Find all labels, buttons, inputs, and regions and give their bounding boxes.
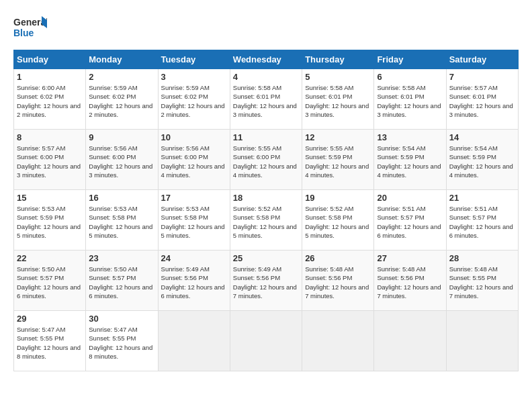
day-number: 18 [233, 193, 299, 203]
day-number: 4 [233, 72, 299, 82]
cell-info: Sunrise: 5:51 AM Sunset: 5:57 PM Dayligh… [377, 204, 443, 240]
week-row-4: 22 Sunrise: 5:50 AM Sunset: 5:57 PM Dayl… [14, 250, 519, 311]
day-header-thursday: Thursday [302, 50, 374, 69]
cell-info: Sunrise: 5:55 AM Sunset: 5:59 PM Dayligh… [305, 144, 371, 179]
day-header-saturday: Saturday [446, 50, 518, 69]
day-number: 6 [377, 72, 443, 82]
cell-info: Sunrise: 5:54 AM Sunset: 5:59 PM Dayligh… [377, 144, 443, 179]
cell-info: Sunrise: 5:58 AM Sunset: 6:01 PM Dayligh… [377, 83, 443, 119]
cell-info: Sunrise: 5:47 AM Sunset: 5:55 PM Dayligh… [89, 325, 154, 361]
calendar-cell: 23 Sunrise: 5:50 AM Sunset: 5:57 PM Dayl… [86, 250, 158, 311]
header-row: SundayMondayTuesdayWednesdayThursdayFrid… [14, 50, 519, 69]
calendar-cell [374, 311, 446, 371]
day-number: 3 [161, 72, 227, 82]
calendar-cell: 7 Sunrise: 5:57 AM Sunset: 6:01 PM Dayli… [446, 69, 518, 130]
day-header-monday: Monday [86, 50, 158, 69]
day-number: 10 [161, 132, 227, 142]
day-number: 15 [17, 193, 83, 203]
day-number: 7 [449, 72, 515, 82]
calendar-cell: 24 Sunrise: 5:49 AM Sunset: 5:56 PM Dayl… [158, 250, 230, 311]
day-number: 1 [17, 72, 83, 82]
calendar-cell [302, 311, 374, 371]
calendar-cell: 26 Sunrise: 5:48 AM Sunset: 5:56 PM Dayl… [302, 250, 374, 311]
cell-info: Sunrise: 5:58 AM Sunset: 6:01 PM Dayligh… [305, 83, 371, 119]
day-number: 14 [449, 132, 515, 142]
day-number: 13 [377, 132, 443, 142]
calendar-cell: 1 Sunrise: 6:00 AM Sunset: 6:02 PM Dayli… [14, 69, 86, 130]
day-number: 21 [449, 193, 515, 203]
day-number: 23 [89, 253, 154, 263]
cell-info: Sunrise: 5:58 AM Sunset: 6:01 PM Dayligh… [233, 83, 299, 119]
cell-info: Sunrise: 5:50 AM Sunset: 5:57 PM Dayligh… [17, 265, 83, 300]
calendar-cell: 19 Sunrise: 5:52 AM Sunset: 5:58 PM Dayl… [302, 190, 374, 250]
day-header-friday: Friday [374, 50, 446, 69]
calendar-cell: 6 Sunrise: 5:58 AM Sunset: 6:01 PM Dayli… [374, 69, 446, 130]
cell-info: Sunrise: 5:49 AM Sunset: 5:56 PM Dayligh… [233, 265, 299, 300]
calendar-cell: 5 Sunrise: 5:58 AM Sunset: 6:01 PM Dayli… [302, 69, 374, 130]
cell-info: Sunrise: 5:53 AM Sunset: 5:58 PM Dayligh… [89, 204, 154, 240]
day-number: 11 [233, 132, 299, 142]
day-number: 5 [305, 72, 371, 82]
cell-info: Sunrise: 5:48 AM Sunset: 5:56 PM Dayligh… [305, 265, 371, 300]
svg-text:Blue: Blue [13, 28, 34, 38]
week-row-2: 8 Sunrise: 5:57 AM Sunset: 6:00 PM Dayli… [14, 130, 519, 190]
cell-info: Sunrise: 5:54 AM Sunset: 5:59 PM Dayligh… [449, 144, 515, 179]
day-number: 30 [89, 314, 154, 324]
calendar-cell: 12 Sunrise: 5:55 AM Sunset: 5:59 PM Dayl… [302, 130, 374, 190]
cell-info: Sunrise: 5:59 AM Sunset: 6:02 PM Dayligh… [89, 83, 154, 119]
calendar-cell: 27 Sunrise: 5:48 AM Sunset: 5:56 PM Dayl… [374, 250, 446, 311]
day-number: 19 [305, 193, 371, 203]
cell-info: Sunrise: 5:53 AM Sunset: 5:59 PM Dayligh… [17, 204, 83, 240]
day-number: 16 [89, 193, 154, 203]
calendar-cell: 15 Sunrise: 5:53 AM Sunset: 5:59 PM Dayl… [14, 190, 86, 250]
cell-info: Sunrise: 5:57 AM Sunset: 6:00 PM Dayligh… [17, 144, 83, 179]
day-header-sunday: Sunday [14, 50, 86, 69]
calendar-cell: 3 Sunrise: 5:59 AM Sunset: 6:02 PM Dayli… [158, 69, 230, 130]
day-number: 26 [305, 253, 371, 263]
cell-info: Sunrise: 5:51 AM Sunset: 5:57 PM Dayligh… [449, 204, 515, 240]
day-number: 17 [161, 193, 227, 203]
calendar-cell: 14 Sunrise: 5:54 AM Sunset: 5:59 PM Dayl… [446, 130, 518, 190]
calendar-cell: 4 Sunrise: 5:58 AM Sunset: 6:01 PM Dayli… [230, 69, 302, 130]
cell-info: Sunrise: 5:53 AM Sunset: 5:58 PM Dayligh… [161, 204, 227, 240]
week-row-3: 15 Sunrise: 5:53 AM Sunset: 5:59 PM Dayl… [14, 190, 519, 250]
calendar-cell: 17 Sunrise: 5:53 AM Sunset: 5:58 PM Dayl… [158, 190, 230, 250]
day-number: 29 [17, 314, 83, 324]
calendar-cell [446, 311, 518, 371]
calendar-cell: 9 Sunrise: 5:56 AM Sunset: 6:00 PM Dayli… [86, 130, 158, 190]
calendar-cell: 21 Sunrise: 5:51 AM Sunset: 5:57 PM Dayl… [446, 190, 518, 250]
calendar-cell: 20 Sunrise: 5:51 AM Sunset: 5:57 PM Dayl… [374, 190, 446, 250]
week-row-1: 1 Sunrise: 6:00 AM Sunset: 6:02 PM Dayli… [14, 69, 519, 130]
day-header-tuesday: Tuesday [158, 50, 230, 69]
day-number: 9 [89, 132, 154, 142]
calendar-cell [230, 311, 302, 371]
cell-info: Sunrise: 5:49 AM Sunset: 5:56 PM Dayligh… [161, 265, 227, 300]
calendar-cell: 8 Sunrise: 5:57 AM Sunset: 6:00 PM Dayli… [14, 130, 86, 190]
cell-info: Sunrise: 5:59 AM Sunset: 6:02 PM Dayligh… [161, 83, 227, 119]
cell-info: Sunrise: 5:55 AM Sunset: 6:00 PM Dayligh… [233, 144, 299, 179]
day-number: 27 [377, 253, 443, 263]
calendar-table: SundayMondayTuesdayWednesdayThursdayFrid… [13, 50, 519, 371]
logo-svg: General Blue [13, 13, 47, 43]
day-header-wednesday: Wednesday [230, 50, 302, 69]
day-number: 28 [449, 253, 515, 263]
day-number: 25 [233, 253, 299, 263]
cell-info: Sunrise: 5:57 AM Sunset: 6:01 PM Dayligh… [449, 83, 515, 119]
cell-info: Sunrise: 5:47 AM Sunset: 5:55 PM Dayligh… [17, 325, 83, 361]
header: General Blue [13, 13, 519, 43]
day-number: 12 [305, 132, 371, 142]
calendar-cell: 2 Sunrise: 5:59 AM Sunset: 6:02 PM Dayli… [86, 69, 158, 130]
cell-info: Sunrise: 5:50 AM Sunset: 5:57 PM Dayligh… [89, 265, 154, 300]
cell-info: Sunrise: 5:52 AM Sunset: 5:58 PM Dayligh… [233, 204, 299, 240]
calendar-cell: 30 Sunrise: 5:47 AM Sunset: 5:55 PM Dayl… [86, 311, 158, 371]
cell-info: Sunrise: 5:56 AM Sunset: 6:00 PM Dayligh… [161, 144, 227, 179]
day-number: 22 [17, 253, 83, 263]
calendar-cell [158, 311, 230, 371]
day-number: 8 [17, 132, 83, 142]
cell-info: Sunrise: 5:48 AM Sunset: 5:55 PM Dayligh… [449, 265, 515, 300]
day-number: 2 [89, 72, 154, 82]
calendar-cell: 29 Sunrise: 5:47 AM Sunset: 5:55 PM Dayl… [14, 311, 86, 371]
calendar-cell: 13 Sunrise: 5:54 AM Sunset: 5:59 PM Dayl… [374, 130, 446, 190]
cell-info: Sunrise: 5:56 AM Sunset: 6:00 PM Dayligh… [89, 144, 154, 179]
calendar-cell: 18 Sunrise: 5:52 AM Sunset: 5:58 PM Dayl… [230, 190, 302, 250]
